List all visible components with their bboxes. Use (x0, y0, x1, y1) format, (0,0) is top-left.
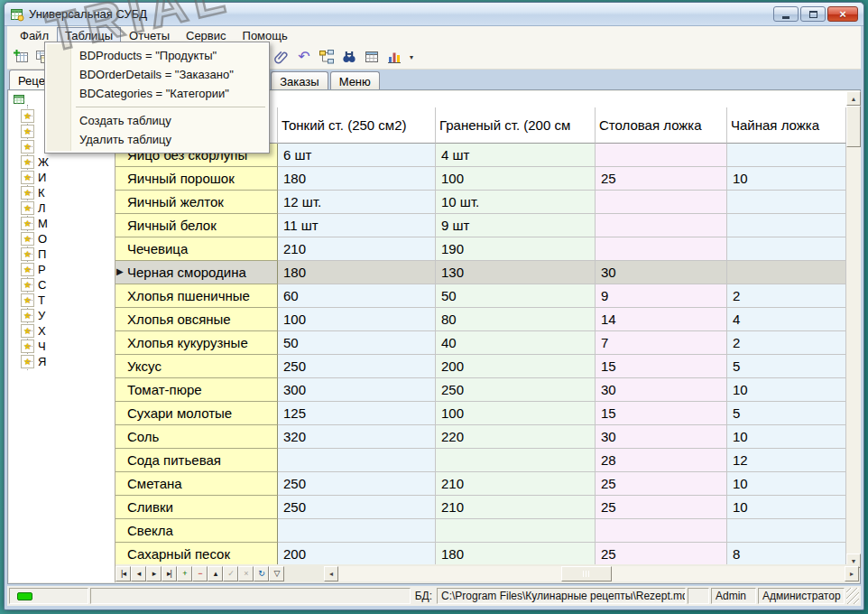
filter-records-button[interactable]: ▽ (269, 566, 284, 581)
tree-item[interactable]: ★К (9, 185, 115, 200)
scroll-right-button[interactable]: ▸ (845, 566, 859, 581)
grid-cell[interactable] (727, 214, 846, 237)
grid-cell[interactable] (596, 144, 727, 167)
table-row[interactable]: Сода питьевая2812 (115, 449, 846, 472)
grid-cell[interactable]: 100 (436, 167, 596, 191)
grid-cell[interactable]: 9 шт (436, 214, 596, 237)
grid-cell[interactable]: 25 (596, 167, 727, 191)
grid-cell[interactable]: 10 (727, 496, 846, 519)
add-table-button[interactable] (10, 46, 32, 68)
grid-cell[interactable]: 190 (436, 237, 596, 261)
grid-cell[interactable]: 12 шт. (278, 191, 436, 214)
grid-cell[interactable]: 250 (436, 378, 596, 402)
grid-cell[interactable] (436, 519, 596, 543)
grid-cell[interactable]: 250 (278, 355, 436, 378)
table-row[interactable]: Сметана2502102510 (115, 472, 846, 496)
column-header[interactable]: Столовая ложка (596, 107, 727, 144)
menu-item-create-table[interactable]: Создать таблицу (47, 111, 267, 130)
vertical-scroll-thumb[interactable] (846, 106, 861, 147)
grid-cell-product-name[interactable]: Сода питьевая (115, 449, 278, 472)
grid-cell[interactable]: 30 (596, 378, 727, 402)
grid-cell[interactable]: 30 (596, 261, 727, 284)
grid-cell-product-name[interactable]: Соль (115, 425, 278, 449)
first-record-button[interactable]: |◂ (115, 566, 131, 581)
grid-cell[interactable]: 125 (278, 402, 436, 425)
grid-cell-product-name[interactable]: Сметана (115, 472, 278, 496)
post-edit-button[interactable]: ✓ (223, 566, 238, 581)
grid-cell[interactable] (727, 237, 846, 261)
resize-grip-icon[interactable] (846, 588, 859, 604)
grid-cell[interactable] (278, 519, 436, 543)
table-row[interactable]: Томат-пюре3002503010 (115, 378, 846, 402)
table-row[interactable]: Яичный желток12 шт.10 шт. (115, 191, 846, 214)
grid-cell[interactable]: 10 шт. (436, 191, 596, 214)
grid-cell-product-name[interactable]: Хлопья овсяные (115, 308, 278, 331)
tree-item[interactable]: ★С (9, 277, 115, 293)
grid-cell-product-name[interactable]: Яичный порошок (115, 167, 278, 191)
find-button[interactable] (338, 46, 360, 68)
tree-item[interactable]: ★Р (9, 262, 115, 277)
tree-item[interactable]: ★Л (9, 200, 115, 216)
edit-record-button[interactable]: ▴ (208, 566, 223, 581)
grid-cell[interactable]: 5 (727, 402, 846, 425)
grid-cell[interactable]: 30 (596, 425, 727, 449)
attach-button[interactable] (271, 46, 292, 68)
grid-cell[interactable]: 25 (596, 472, 727, 496)
maximize-button[interactable] (800, 6, 826, 22)
table-row[interactable]: Яичный белок11 шт9 шт (115, 214, 846, 237)
grid-cell[interactable]: 9 (596, 284, 727, 308)
grid-cell[interactable]: 180 (278, 167, 436, 191)
grid-cell[interactable]: 60 (278, 284, 436, 308)
horizontal-scrollbar[interactable]: ◂ ▸ (324, 566, 859, 581)
grid-cell[interactable]: 210 (278, 237, 436, 261)
close-button[interactable]: × (827, 6, 858, 22)
table-row[interactable]: Соль3202203010 (115, 425, 846, 449)
prior-record-button[interactable]: ◂ (131, 566, 146, 581)
menu-item-bdorderdetails[interactable]: BDOrderDetails = "Заказано" (47, 65, 267, 84)
grid-cell[interactable]: 40 (436, 331, 596, 355)
table-row[interactable]: Свекла (115, 519, 846, 543)
table-row[interactable]: Хлопья пшеничные605092 (115, 284, 846, 308)
chart-button[interactable] (383, 46, 405, 68)
tree-item[interactable]: ★Т (9, 293, 115, 308)
grid-cell[interactable]: 12 (727, 449, 846, 472)
table-view-button[interactable] (361, 46, 383, 68)
grid-cell[interactable]: 10 (727, 472, 846, 496)
grid-cell-product-name[interactable]: Яичный белок (115, 214, 278, 237)
table-row[interactable]: Хлопья кукурузные504072 (115, 331, 846, 355)
grid-cell-product-name[interactable]: Томат-пюре (115, 378, 278, 402)
vertical-scrollbar[interactable]: ▲ ▼ (846, 91, 861, 568)
table-row[interactable]: Яичный порошок1801002510 (115, 167, 846, 191)
grid-cell[interactable]: 10 (727, 425, 846, 449)
next-record-button[interactable]: ▸ (146, 566, 162, 581)
chart-dropdown-caret-icon[interactable]: ▾ (406, 46, 417, 68)
grid-cell[interactable] (727, 144, 846, 167)
grid-cell[interactable] (727, 519, 846, 543)
grid-cell[interactable]: 10 (727, 378, 846, 402)
grid-cell[interactable]: 4 (727, 308, 846, 331)
tree-item[interactable]: ★Я (9, 354, 115, 369)
grid-cell[interactable]: 210 (436, 472, 596, 496)
grid-cell[interactable]: 180 (278, 261, 436, 284)
grid-cell[interactable]: 80 (436, 308, 596, 331)
table-row[interactable]: Чечевица210190 (115, 237, 846, 261)
grid-cell-product-name[interactable]: Яичный желток (115, 191, 278, 214)
grid-cell-product-name[interactable]: Хлопья пшеничные (115, 284, 278, 308)
grid-cell[interactable] (727, 261, 846, 284)
grid-cell[interactable]: 5 (727, 355, 846, 378)
grid-cell[interactable]: 200 (436, 355, 596, 378)
tree-item[interactable]: ★Ч (9, 339, 115, 354)
table-row[interactable]: ▶Черная смородина18013030 (115, 261, 846, 284)
grid-cell[interactable]: 250 (278, 496, 436, 519)
delete-record-button[interactable]: − (192, 566, 208, 581)
horizontal-scroll-thumb[interactable] (561, 566, 612, 581)
table-row[interactable]: Уксус250200155 (115, 355, 846, 378)
grid-cell[interactable]: 11 шт (278, 214, 436, 237)
grid-cell-product-name[interactable]: Хлопья кукурузные (115, 331, 278, 355)
tree-item[interactable]: ★Х (9, 323, 115, 339)
tree-item[interactable]: ★И (9, 170, 115, 185)
table-row[interactable]: Сахарный песок200180258 (115, 543, 846, 564)
grid-cell[interactable]: 100 (278, 308, 436, 331)
tree-item[interactable]: ★М (9, 216, 115, 231)
grid-cell[interactable]: 7 (596, 331, 727, 355)
